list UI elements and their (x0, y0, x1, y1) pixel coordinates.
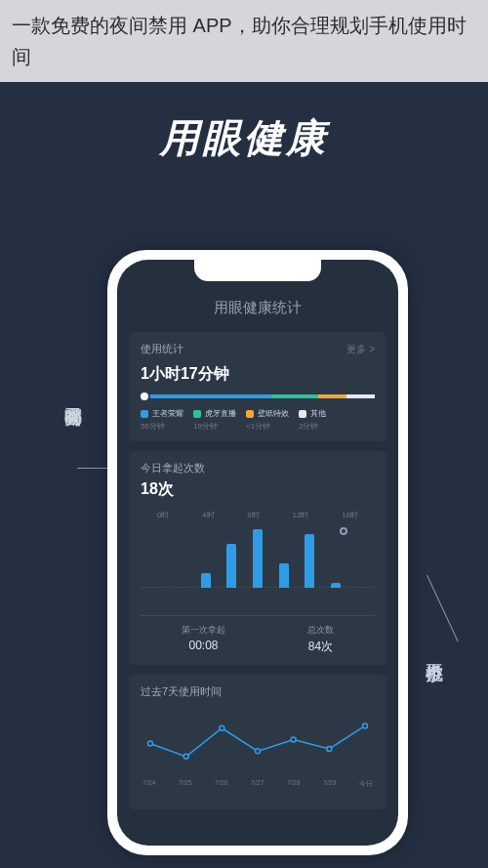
connector-right (427, 575, 459, 641)
first-pickup-label: 第一次拿起 (182, 624, 225, 637)
page-header: 一款免费的夜间禁用 APP，助你合理规划手机使用时间 (0, 0, 488, 82)
bar (148, 587, 158, 588)
line-chart-svg (141, 707, 375, 775)
x-tick: 7/29 (323, 779, 337, 789)
usage-label: 使用统计 (141, 342, 183, 356)
bar (253, 529, 263, 588)
phone-notch (194, 260, 321, 281)
weekly-card: 过去7天使用时间 7/247/257/267/277/287/29今日 (129, 675, 386, 809)
bar (305, 534, 314, 588)
poster-title: 用眼健康 (0, 82, 488, 165)
svg-point-4 (291, 737, 296, 742)
usage-segment (346, 394, 375, 398)
weekly-label: 过去7天使用时间 (141, 684, 375, 699)
legend-item: 壁纸特效<1分钟 (246, 408, 289, 432)
more-link[interactable]: 更多 > (346, 343, 375, 356)
phone-screen: 用眼健康统计 使用统计 更多 > 1小时17分钟 王者荣耀56分钟虎牙直播19分… (117, 260, 398, 846)
svg-point-2 (220, 725, 224, 730)
bar (175, 587, 184, 588)
pickups-chart: 0时4时8时12时16时 (141, 510, 375, 607)
screen-title: 用眼健康统计 (129, 299, 386, 317)
bar (226, 544, 236, 588)
usage-total: 1小时17分钟 (141, 364, 375, 385)
x-tick: 今日 (359, 779, 373, 789)
legend-item: 王者荣耀56分钟 (141, 408, 183, 432)
x-tick: 7/27 (251, 779, 264, 789)
bar (357, 587, 367, 588)
svg-point-1 (183, 754, 188, 759)
first-pickup-value: 00:08 (182, 639, 225, 652)
header-text: 一款免费的夜间禁用 APP，助你合理规划手机使用时间 (12, 15, 467, 67)
bar (201, 573, 211, 588)
x-tick: 7/24 (142, 779, 156, 789)
usage-segment (318, 394, 346, 398)
x-tick: 7/28 (287, 779, 301, 789)
phone-mockup: 用眼健康统计 使用统计 更多 > 1小时17分钟 王者荣耀56分钟虎牙直播19分… (107, 250, 408, 855)
svg-point-6 (363, 723, 368, 728)
x-tick: 7/25 (179, 779, 192, 789)
total-pickup-value: 84次 (307, 639, 334, 655)
usage-bar (141, 394, 375, 398)
weekly-chart: 7/247/257/267/277/287/29今日 (141, 707, 375, 800)
bar (331, 583, 341, 588)
total-pickup-label: 总次数 (307, 624, 334, 637)
total-pickup-stat: 总次数 84次 (307, 624, 334, 655)
bar-knob-icon (139, 391, 150, 402)
pickups-value: 18次 (141, 479, 375, 500)
chart-marker-icon (340, 527, 347, 535)
usage-segment (271, 394, 318, 398)
usage-segment (141, 394, 271, 398)
poster: 用眼健康 时间都去哪了 不做手机控 用眼健康统计 使用统计 更多 > 1小时17… (0, 82, 488, 868)
svg-point-5 (327, 747, 332, 752)
svg-point-0 (148, 741, 153, 746)
usage-card: 使用统计 更多 > 1小时17分钟 王者荣耀56分钟虎牙直播19分钟壁纸特效<1… (129, 332, 386, 441)
legend-item: 虎牙直播19分钟 (193, 408, 236, 432)
usage-legend: 王者荣耀56分钟虎牙直播19分钟壁纸特效<1分钟其他2分钟 (141, 408, 375, 432)
bar (279, 563, 289, 588)
svg-point-3 (256, 749, 261, 754)
legend-item: 其他2分钟 (299, 408, 326, 432)
connector-left (77, 468, 111, 469)
pickups-card: 今日拿起次数 18次 0时4时8时12时16时 第一次拿起 00:08 (129, 451, 386, 665)
first-pickup-stat: 第一次拿起 00:08 (182, 624, 225, 655)
pickups-label: 今日拿起次数 (141, 461, 375, 475)
x-tick: 7/26 (215, 779, 228, 789)
